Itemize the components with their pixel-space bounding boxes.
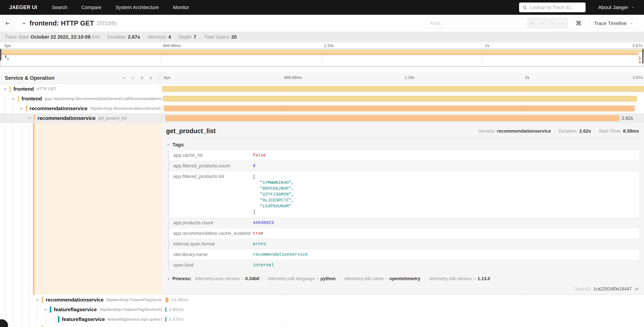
nav-item-monitor[interactable]: Monitor (166, 5, 196, 10)
tag-row: app.filtered_products.count 8 (169, 161, 639, 171)
span-timeline-cell[interactable] (162, 104, 644, 113)
process-item: telemetry.sdk.version = 1.13.0 (425, 276, 490, 281)
expand-one-button[interactable] (130, 76, 135, 80)
equals-sign: = (316, 276, 319, 281)
span-timeline-cell[interactable]: 14.49ms (162, 295, 644, 304)
double-chevron-right-icon (149, 76, 154, 80)
process-key: telemetry.sdk.version (429, 276, 472, 281)
tag-value: recommendationservice (253, 249, 310, 260)
service-color-bar (18, 96, 19, 102)
collapse-all-button[interactable] (140, 76, 144, 80)
span-name-cell[interactable]: frontend grpc.hipstershop.Recommendation… (0, 94, 162, 104)
span-detail-title: get_product_list (166, 128, 216, 135)
timeline-tick: 2.67s (633, 75, 643, 80)
start-time-label: Start Time: (599, 128, 621, 134)
total-spans-value: 20 (231, 34, 237, 40)
minimap-span-bar (0, 50, 644, 52)
span-detail-panel: get_product_list Service: recommendation… (162, 123, 644, 295)
span-bar[interactable] (164, 106, 634, 112)
equals-sign: = (386, 276, 388, 281)
prev-match-button[interactable] (538, 18, 548, 28)
chevron-down-icon[interactable] (27, 116, 32, 120)
service-color-bar (50, 306, 51, 312)
trace-view-selector[interactable]: Trace Timeline (589, 18, 638, 29)
minimap-canvas[interactable] (0, 49, 644, 66)
about-jaeger-menu[interactable]: About Jaeger (598, 4, 634, 10)
trace-id-search-box[interactable] (519, 2, 586, 12)
chevron-down-icon[interactable] (19, 106, 24, 110)
span-timeline-cell[interactable]: 2.62s (162, 113, 644, 123)
span-name-cell[interactable]: recommendationservice get_product_list (0, 113, 162, 123)
expand-all-button[interactable] (149, 76, 154, 80)
tag-key: app.filtered_products.list (169, 171, 253, 218)
span-bar[interactable] (165, 307, 166, 312)
back-button[interactable] (0, 15, 15, 32)
span-bar[interactable] (165, 317, 166, 322)
timeline-ruler: 0μs 666.89ms 1.33s 2s 2.67s (162, 72, 644, 84)
nav-item-compare[interactable]: Compare (74, 5, 108, 10)
span-duration: 14.49ms (171, 297, 188, 302)
nav-item-search[interactable]: Search (45, 5, 74, 10)
tag-row: app.products.count 44530923 (169, 218, 639, 228)
span-name-cell[interactable]: recommendationservice /hipstershop.Recom… (0, 104, 162, 113)
chevron-down-icon[interactable] (43, 307, 48, 312)
find-input[interactable] (426, 18, 527, 28)
trace-id-search-input[interactable] (530, 5, 582, 10)
keyboard-shortcuts-button[interactable]: ⌘ (572, 18, 584, 29)
clear-find-button[interactable] (558, 18, 568, 28)
equals-sign: = (241, 276, 244, 281)
minimap-tick-labels: 0μs 666.89ms 1.33s 2s 2.67s (0, 42, 644, 49)
span-timeline-cell[interactable] (162, 94, 644, 104)
operation-name: featureflagservice.repo.query:fe... (108, 317, 162, 322)
trace-title-toggle[interactable]: frontend: HTTP GET 2f715fb (22, 20, 117, 27)
trace-start-fraction: .543 (90, 34, 100, 40)
span-bar[interactable] (163, 96, 637, 102)
service-name: frontend (22, 96, 42, 102)
focus-match-button[interactable] (527, 18, 538, 28)
process-value: opentelemetry (390, 276, 420, 281)
double-chevron-down-icon (140, 76, 144, 80)
total-spans-label: Total Spans (204, 34, 229, 40)
minimap-range-handle-right[interactable] (642, 49, 643, 64)
link-icon[interactable] (634, 287, 639, 291)
span-timeline-cell[interactable] (162, 84, 644, 94)
column-resizer-handle[interactable] (158, 75, 160, 81)
span-timeline-cell[interactable]: 1.04ms (162, 324, 644, 327)
chevron-down-icon[interactable] (35, 298, 40, 302)
span-name-cell[interactable]: featureflagservice featureflagservice.re… (0, 314, 162, 324)
tags-section-toggle[interactable]: Tags (166, 142, 639, 148)
app-logo[interactable]: JAEGER UI (9, 4, 37, 10)
span-row-selected: recommendationservice get_product_list 2… (0, 113, 644, 123)
span-bar[interactable] (165, 297, 168, 302)
span-name-cell[interactable]: frontend HTTP GET (0, 84, 162, 94)
service-name: recommendationservice (30, 106, 88, 111)
chevron-down-icon[interactable] (11, 96, 16, 101)
span-bar[interactable] (162, 86, 644, 92)
tag-row: app.recommendation.cache_enabled true (169, 228, 639, 239)
span-name-cell[interactable]: recommendationservice /hipstershop.Produ… (0, 324, 162, 327)
next-match-button[interactable] (548, 18, 558, 28)
tags-table: app.cache_hit false app.filtered_product… (168, 150, 639, 270)
tag-row: app.cache_hit false (169, 150, 639, 161)
process-section-toggle[interactable] (167, 277, 170, 281)
span-bar[interactable] (165, 115, 619, 121)
minimap-span-bar (639, 62, 641, 63)
chevron-down-icon[interactable] (3, 87, 8, 91)
collapse-one-button[interactable] (122, 76, 126, 80)
nav-item-system-architecture[interactable]: System Architecture (108, 5, 166, 10)
tag-value: proto (253, 239, 268, 249)
minimap-span-bar (638, 56, 640, 57)
span-name-cell[interactable]: featureflagservice /hipstershop.FeatureF… (0, 305, 162, 314)
minimap-tick: 2.67s (632, 43, 642, 48)
minimap-range-handle-left[interactable] (0, 49, 1, 60)
process-row: Process: telemetry.auto.version = 0.34b0… (167, 276, 639, 281)
span-timeline-cell[interactable]: 3.47ms (162, 314, 644, 324)
trace-start-label: Trace Start (5, 34, 28, 40)
span-name-cell[interactable]: recommendationservice /hipstershop.Featu… (0, 295, 162, 304)
close-icon (560, 21, 565, 26)
process-key: telemetry.sdk.language (268, 276, 315, 281)
span-timeline-cell[interactable]: 3.68ms (162, 305, 644, 314)
service-name: recommendationservice (38, 115, 96, 121)
span-row: recommendationservice /hipstershop.Featu… (0, 295, 644, 304)
process-label[interactable]: Process: (172, 276, 192, 281)
